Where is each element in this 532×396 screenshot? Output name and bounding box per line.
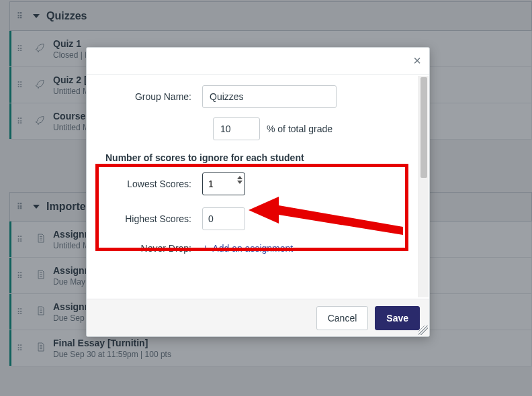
spinner-up-icon[interactable] bbox=[237, 176, 242, 179]
ignore-scores-heading: Number of scores to ignore for each stud… bbox=[105, 152, 405, 163]
group-name-label: Group Name: bbox=[101, 91, 202, 102]
modal-footer: Cancel Save bbox=[87, 299, 429, 336]
row-never-drop: Never Drop: + Add an assignment bbox=[101, 242, 405, 254]
never-drop-label: Never Drop: bbox=[101, 243, 202, 254]
row-lowest-scores: Lowest Scores: bbox=[101, 172, 405, 195]
scrollbar-thumb[interactable] bbox=[420, 77, 427, 178]
modal-form: Group Name: % of total grade Number of s… bbox=[87, 75, 417, 261]
row-highest-scores: Highest Scores: bbox=[101, 207, 405, 230]
modal-body: Group Name: % of total grade Number of s… bbox=[87, 75, 429, 299]
highest-scores-input[interactable] bbox=[202, 207, 245, 230]
resize-grip-icon[interactable] bbox=[418, 326, 428, 335]
add-assignment-link[interactable]: + Add an assignment bbox=[202, 242, 293, 254]
percent-input[interactable] bbox=[213, 117, 260, 140]
row-percent: % of total grade bbox=[101, 117, 405, 140]
highest-scores-label: Highest Scores: bbox=[101, 213, 202, 224]
add-assignment-label: Add an assignment bbox=[212, 243, 293, 254]
save-button[interactable]: Save bbox=[375, 306, 420, 330]
row-group-name: Group Name: bbox=[101, 85, 405, 108]
close-icon[interactable]: × bbox=[413, 53, 421, 68]
modal-header: × bbox=[87, 48, 429, 75]
plus-icon: + bbox=[202, 242, 208, 254]
group-name-input[interactable] bbox=[202, 85, 337, 108]
cancel-button[interactable]: Cancel bbox=[316, 306, 369, 330]
scrollbar[interactable] bbox=[418, 76, 429, 297]
spinner-down-icon[interactable] bbox=[237, 181, 242, 184]
edit-group-modal: × Group Name: % of total grade Number of… bbox=[86, 47, 430, 337]
number-spinner[interactable] bbox=[237, 176, 242, 184]
percent-suffix: % of total grade bbox=[267, 123, 332, 134]
lowest-scores-label: Lowest Scores: bbox=[101, 179, 202, 189]
